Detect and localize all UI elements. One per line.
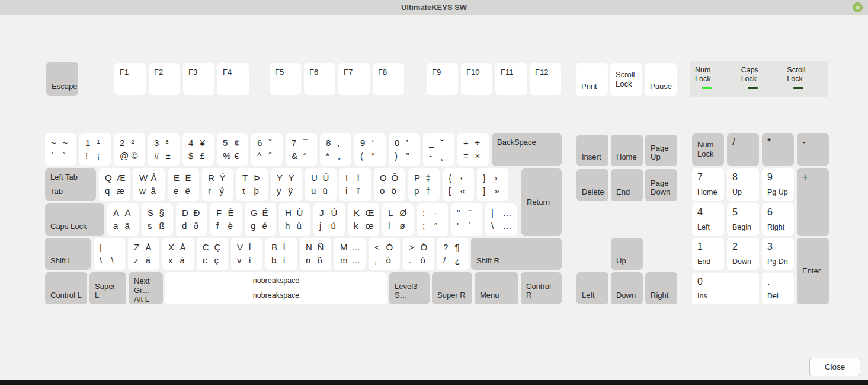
key-3[interactable]: 3³#± bbox=[148, 133, 180, 166]
key-apostrophe[interactable]: "¨'´ bbox=[451, 203, 482, 236]
key-backslash[interactable]: |…\… bbox=[485, 203, 517, 236]
key-kp-6[interactable]: 6Right bbox=[762, 203, 794, 236]
key-comma[interactable]: <Ò,ò bbox=[369, 238, 400, 270]
key-f[interactable]: FÈfè bbox=[210, 203, 242, 236]
key-grave[interactable]: ~~`` bbox=[45, 133, 76, 166]
key-level3-shift[interactable]: Level3 S… bbox=[389, 272, 430, 304]
key-f5[interactable]: F5 bbox=[270, 63, 301, 95]
key-p[interactable]: P‡p† bbox=[408, 168, 440, 201]
key-insert[interactable]: Insert bbox=[576, 135, 608, 166]
window-close-icon[interactable]: x bbox=[853, 2, 863, 12]
key-f1[interactable]: F1 bbox=[114, 63, 146, 95]
key-menu[interactable]: Menu bbox=[475, 272, 518, 304]
key-7[interactable]: 7¯&° bbox=[286, 133, 317, 166]
key-f10[interactable]: F10 bbox=[461, 63, 492, 95]
key-kp-enter[interactable]: Enter bbox=[797, 238, 829, 304]
key-x[interactable]: XÁxá bbox=[162, 238, 194, 270]
key-kp-divide[interactable]: / bbox=[727, 133, 759, 166]
key-kp-7[interactable]: 7Home bbox=[692, 168, 724, 201]
key-f3[interactable]: F3 bbox=[183, 63, 214, 95]
key-e[interactable]: EËeë bbox=[168, 168, 199, 201]
key-c[interactable]: CÇcç bbox=[197, 238, 228, 270]
key-control-l[interactable]: Control L bbox=[45, 272, 87, 304]
key-kp-multiply[interactable]: * bbox=[762, 133, 794, 166]
key-v[interactable]: VÌvì bbox=[231, 238, 262, 270]
key-f7[interactable]: F7 bbox=[338, 63, 370, 95]
key-home[interactable]: Home bbox=[611, 135, 643, 166]
key-kp-numlock[interactable]: NumLock bbox=[692, 133, 724, 166]
key-f12[interactable]: F12 bbox=[530, 63, 561, 95]
key-scroll-lock[interactable]: ScrollLock bbox=[610, 63, 642, 96]
key-r[interactable]: RÝrý bbox=[202, 168, 233, 201]
key-delete[interactable]: Delete bbox=[576, 169, 608, 201]
key-g[interactable]: GÉgé bbox=[245, 203, 276, 236]
key-t[interactable]: TÞtþ bbox=[236, 168, 268, 201]
key-2[interactable]: 2²@© bbox=[114, 133, 145, 166]
key-arrow-up[interactable]: Up bbox=[611, 238, 643, 270]
key-kp-0[interactable]: 0Ins bbox=[692, 273, 759, 304]
key-f4[interactable]: F4 bbox=[217, 63, 249, 95]
key-backspace[interactable]: BackSpace bbox=[492, 133, 562, 166]
key-9[interactable]: 9‘(“ bbox=[354, 133, 386, 166]
key-escape[interactable]: Escape bbox=[46, 62, 78, 96]
key-w[interactable]: WÅwå bbox=[133, 168, 165, 201]
key-print[interactable]: Print bbox=[576, 63, 608, 96]
key-f8[interactable]: F8 bbox=[373, 63, 404, 95]
key-kp-4[interactable]: 4Left bbox=[692, 203, 724, 236]
key-b[interactable]: BÍbí bbox=[265, 238, 297, 270]
close-button[interactable]: Close bbox=[809, 358, 860, 376]
key-0[interactable]: 0’)” bbox=[389, 133, 420, 166]
key-k[interactable]: KŒkœ bbox=[348, 203, 379, 236]
key-y[interactable]: YŸyÿ bbox=[271, 168, 302, 201]
key-page-down[interactable]: PageDown bbox=[645, 169, 677, 201]
key-f2[interactable]: F2 bbox=[149, 63, 180, 95]
key-pause[interactable]: Pause bbox=[645, 63, 677, 96]
key-period[interactable]: >Ó.ó bbox=[403, 238, 434, 270]
key-m[interactable]: M…m… bbox=[334, 238, 366, 270]
key-s[interactable]: S§sß bbox=[142, 203, 173, 236]
key-kp-3[interactable]: 3Pg Dn bbox=[762, 238, 794, 270]
key-shift-r[interactable]: Shift R bbox=[471, 238, 562, 270]
key-arrow-right[interactable]: Right bbox=[645, 272, 677, 304]
key-minus[interactable]: _˘-¸ bbox=[423, 133, 454, 166]
key-h[interactable]: HÙhù bbox=[279, 203, 310, 236]
key-space[interactable]: nobreakspacenobreakspace bbox=[165, 272, 387, 304]
key-6[interactable]: 6ˇ^ˆ bbox=[251, 133, 283, 166]
key-alt-l[interactable]: Next Gr…Alt L bbox=[129, 272, 163, 304]
key-semicolon[interactable]: :·;° bbox=[417, 203, 448, 236]
key-super-l[interactable]: Super L bbox=[89, 272, 126, 304]
key-arrow-left[interactable]: Left bbox=[576, 272, 608, 304]
key-a[interactable]: AÄaä bbox=[107, 203, 139, 236]
key-kp-5[interactable]: 5Begin bbox=[727, 203, 759, 236]
key-d[interactable]: DÐdð bbox=[176, 203, 207, 236]
key-arrow-down[interactable]: Down bbox=[611, 272, 643, 304]
key-o[interactable]: OÖoö bbox=[374, 168, 405, 201]
key-caps-lock[interactable]: Caps Lock bbox=[45, 203, 104, 236]
key-1[interactable]: 1¹!¡ bbox=[79, 133, 111, 166]
key-kp-decimal[interactable]: .Del bbox=[762, 273, 794, 304]
key-5[interactable]: 5¢%€ bbox=[217, 133, 248, 166]
key-z[interactable]: ZÀzà bbox=[128, 238, 159, 270]
key-f6[interactable]: F6 bbox=[304, 63, 335, 95]
key-super-r[interactable]: Super R bbox=[432, 272, 472, 304]
key-f11[interactable]: F11 bbox=[495, 63, 527, 95]
key-kp-9[interactable]: 9Pg Up bbox=[762, 168, 794, 201]
key-u[interactable]: UÜuü bbox=[305, 168, 337, 201]
key-n[interactable]: NÑnñ bbox=[300, 238, 331, 270]
key-equal[interactable]: +÷=× bbox=[457, 133, 489, 166]
key-kp-1[interactable]: 1End bbox=[692, 238, 724, 270]
key-shift-l[interactable]: Shift L bbox=[45, 238, 91, 270]
key-intl-backslash[interactable]: |\\ bbox=[94, 238, 125, 270]
key-kp-add[interactable]: + bbox=[797, 168, 829, 236]
key-j[interactable]: JÚjú bbox=[313, 203, 345, 236]
key-l[interactable]: LØlø bbox=[382, 203, 414, 236]
key-kp-8[interactable]: 8Up bbox=[727, 168, 759, 201]
key-control-r[interactable]: Control R bbox=[521, 272, 562, 304]
key-kp-2[interactable]: 2Down bbox=[727, 238, 759, 270]
key-page-up[interactable]: PageUp bbox=[645, 135, 677, 166]
key-i[interactable]: IÏiï bbox=[339, 168, 371, 201]
key-q[interactable]: QÆqæ bbox=[99, 168, 130, 201]
key-bracket-left[interactable]: {‹[« bbox=[443, 168, 474, 201]
key-f9[interactable]: F9 bbox=[427, 63, 458, 95]
key-slash[interactable]: ?¶/¿ bbox=[437, 238, 469, 270]
